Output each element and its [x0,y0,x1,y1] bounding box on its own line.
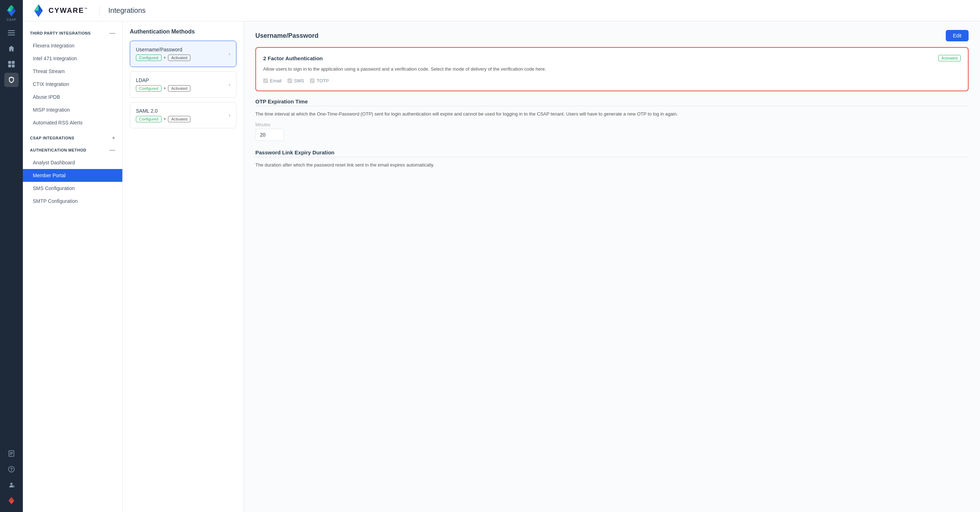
checkbox-email-label: Email [270,78,282,83]
svg-marker-24 [34,4,38,11]
password-link-title: Password Link Expiry Duration [255,149,969,156]
sidebar-item-analyst-dashboard[interactable]: Analyst Dashboard [23,156,123,169]
sidebar-item-sms-config[interactable]: SMS Configuration [23,182,123,195]
svg-rect-10 [12,65,14,67]
sidebar-item-ctix[interactable]: CTIX Integration [23,78,123,91]
otp-expiration-title: OTP Expiration Time [255,99,969,105]
svg-rect-5 [8,32,15,33]
badge-configured-3: Configured [136,116,162,122]
app-logo-area: CSAP [5,4,18,21]
sidebar-item-smtp-config[interactable]: SMTP Configuration [23,195,123,208]
main-container: CYWARE™ Integrations THIRD PARTY INTEGRA… [23,0,980,512]
badge-configured-1: Configured [136,54,162,61]
sidebar-item-member-portal[interactable]: Member Portal [23,169,123,182]
two-factor-description: Allow users to sign in to the applicatio… [263,65,961,73]
right-panel-title: Username/Password [255,32,318,40]
badge-activated-2: Activated [168,85,191,92]
svg-point-18 [13,486,14,487]
password-link-desc: The duration after which the password re… [255,162,969,169]
dot-1: • [164,54,166,61]
right-panel-header: Username/Password Edit [255,30,969,41]
auth-card-ldap[interactable]: LDAP Configured • Activated › [130,71,237,98]
auth-card-name-1: Username/Password [136,47,191,52]
sidebar: THIRD PARTY INTEGRATIONS — Flexera Integ… [23,21,123,512]
badge-activated-1: Activated [168,54,191,61]
sidebar-item-threatstream[interactable]: Threat Stream [23,65,123,78]
svg-text:?: ? [10,467,13,472]
two-factor-auth-section: 2 Factor Authentication Activated Allow … [255,47,969,91]
page-title: Integrations [108,6,146,14]
section-csap-collapse-icon: + [112,135,115,141]
auth-card-name-3: SAML 2.0 [136,108,191,114]
svg-marker-22 [8,497,14,501]
user-settings-icon[interactable] [4,478,19,492]
svg-rect-9 [8,65,11,67]
checkbox-email[interactable]: Email [263,78,282,83]
help-icon[interactable]: ? [4,462,19,476]
shield-icon[interactable] [4,73,19,87]
section-auth-title: AUTHENTICATION METHOD [30,148,86,152]
right-panel: Username/Password Edit 2 Factor Authenti… [244,21,980,512]
home-icon[interactable] [4,41,19,56]
otp-field-label: Minutes [255,122,969,127]
cyware-brand-text: CYWARE™ [48,6,88,14]
dot-3: • [164,116,166,122]
auth-card-name-2: LDAP [136,77,191,83]
two-factor-badge: Activated [938,55,961,61]
svg-rect-8 [12,61,14,64]
chevron-icon-1: › [229,51,231,57]
left-navigation: CSAP [0,0,23,512]
dot-2: • [164,85,166,92]
cyware-bottom-icon[interactable] [4,493,19,508]
menu-icon[interactable] [4,25,19,40]
csap-logo-icon [5,4,18,17]
checkbox-sms-label: SMS [294,78,304,83]
middle-panel-title: Authentication Methods [130,29,237,35]
svg-rect-4 [8,30,15,31]
password-link-divider [255,157,969,157]
top-header: CYWARE™ Integrations [23,0,980,21]
cyware-logo-icon [31,4,46,17]
checkbox-sms-input[interactable] [288,78,292,83]
password-link-section: Password Link Expiry Duration The durati… [255,149,969,169]
svg-marker-25 [38,4,43,11]
chevron-icon-2: › [229,82,231,87]
csap-label: CSAP [7,18,16,21]
sidebar-item-intel471[interactable]: Intel 471 Integration [23,52,123,65]
sidebar-item-misp[interactable]: MISP Integration [23,103,123,116]
checkbox-totp-label: TOTP [317,78,329,83]
badge-activated-3: Activated [168,116,191,122]
section-third-party-header[interactable]: THIRD PARTY INTEGRATIONS — [23,27,123,39]
two-factor-options: Email SMS TOTP [263,78,961,83]
section-auth-collapse-icon: — [110,147,115,153]
auth-card-username-password[interactable]: Username/Password Configured • Activated… [130,41,237,67]
content-area: THIRD PARTY INTEGRATIONS — Flexera Integ… [23,21,980,512]
dashboard-icon[interactable] [4,57,19,71]
report-icon[interactable] [4,447,19,461]
checkbox-totp-input[interactable] [310,78,315,83]
otp-divider [255,106,969,106]
sidebar-item-rss[interactable]: Automated RSS Alerts [23,116,123,129]
otp-minutes-input[interactable] [255,129,284,141]
auth-card-saml[interactable]: SAML 2.0 Configured • Activated › [130,102,237,128]
two-factor-header: 2 Factor Authentication Activated [263,55,961,61]
section-csap-header[interactable]: CSAP INTEGRATIONS + [23,132,123,144]
section-auth-header[interactable]: AUTHENTICATION METHOD — [23,144,123,156]
middle-panel: Authentication Methods Username/Password… [123,21,244,512]
section-third-party-collapse-icon: — [110,30,115,37]
svg-point-17 [10,483,13,485]
checkbox-totp[interactable]: TOTP [310,78,329,83]
checkbox-email-input[interactable] [263,78,268,83]
sidebar-item-abuseipdb[interactable]: Abuse IPDB [23,91,123,103]
sidebar-item-flexera[interactable]: Flexera Integration [23,39,123,52]
otp-expiration-section: OTP Expiration Time The time interval at… [255,99,969,141]
section-csap-title: CSAP INTEGRATIONS [30,136,74,140]
edit-button[interactable]: Edit [946,30,969,41]
svg-rect-7 [8,61,11,64]
section-third-party-title: THIRD PARTY INTEGRATIONS [30,31,91,35]
cyware-logo: CYWARE™ [31,4,88,17]
svg-rect-6 [8,35,15,35]
chevron-icon-3: › [229,112,231,118]
otp-expiration-desc: The time interval at which the One-Time-… [255,111,969,118]
checkbox-sms[interactable]: SMS [288,78,304,83]
